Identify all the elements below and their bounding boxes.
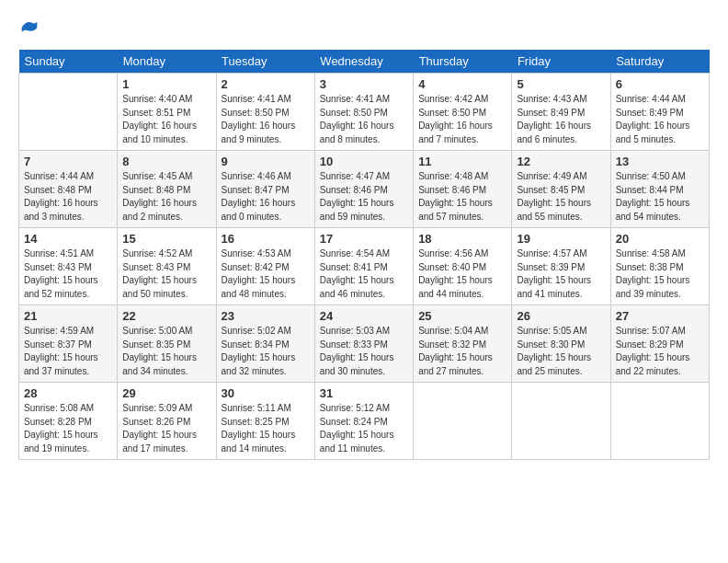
day-number: 3 [320,77,408,91]
day-number: 22 [122,309,210,323]
day-info: Sunrise: 4:54 AM Sunset: 8:41 PM Dayligh… [320,247,408,301]
col-header-sunday: Sunday [19,50,118,74]
day-number: 23 [222,309,310,323]
day-info: Sunrise: 4:48 AM Sunset: 8:46 PM Dayligh… [418,170,506,224]
day-cell: 26Sunrise: 5:05 AM Sunset: 8:30 PM Dayli… [512,305,610,383]
day-number: 25 [418,309,506,323]
day-info: Sunrise: 4:44 AM Sunset: 8:49 PM Dayligh… [616,93,704,146]
day-info: Sunrise: 5:00 AM Sunset: 8:35 PM Dayligh… [122,325,210,378]
day-number: 10 [320,155,408,168]
day-number: 11 [418,155,506,168]
day-cell: 29Sunrise: 5:09 AM Sunset: 8:26 PM Dayli… [118,383,216,460]
day-number: 21 [24,309,112,323]
week-row-5: 28Sunrise: 5:08 AM Sunset: 8:28 PM Dayli… [19,383,710,460]
day-info: Sunrise: 4:59 AM Sunset: 8:37 PM Dayligh… [24,325,112,378]
day-info: Sunrise: 5:02 AM Sunset: 8:34 PM Dayligh… [222,325,310,378]
day-info: Sunrise: 4:43 AM Sunset: 8:49 PM Dayligh… [517,93,605,146]
day-info: Sunrise: 4:40 AM Sunset: 8:51 PM Dayligh… [122,93,210,146]
week-row-3: 14Sunrise: 4:51 AM Sunset: 8:43 PM Dayli… [19,228,710,305]
day-cell: 4Sunrise: 4:42 AM Sunset: 8:50 PM Daylig… [414,74,512,151]
day-cell: 11Sunrise: 4:48 AM Sunset: 8:46 PM Dayli… [414,151,512,228]
day-cell [19,74,118,151]
day-cell: 7Sunrise: 4:44 AM Sunset: 8:48 PM Daylig… [19,151,118,228]
day-info: Sunrise: 4:56 AM Sunset: 8:40 PM Dayligh… [418,247,506,301]
day-number: 1 [122,77,210,91]
day-number: 16 [222,232,310,246]
calendar-table: SundayMondayTuesdayWednesdayThursdayFrid… [18,50,710,460]
day-number: 9 [222,155,310,168]
day-number: 2 [222,77,310,91]
day-info: Sunrise: 4:42 AM Sunset: 8:50 PM Dayligh… [418,93,506,146]
day-number: 13 [616,155,704,168]
day-number: 28 [24,386,112,400]
day-cell: 9Sunrise: 4:46 AM Sunset: 8:47 PM Daylig… [216,151,314,228]
day-cell: 1Sunrise: 4:40 AM Sunset: 8:51 PM Daylig… [118,74,216,151]
day-info: Sunrise: 4:41 AM Sunset: 8:50 PM Dayligh… [320,93,408,146]
day-cell: 30Sunrise: 5:11 AM Sunset: 8:25 PM Dayli… [216,383,314,460]
week-row-4: 21Sunrise: 4:59 AM Sunset: 8:37 PM Dayli… [19,305,710,383]
header [18,18,710,37]
day-number: 12 [517,155,605,168]
day-number: 26 [517,309,605,323]
day-cell: 12Sunrise: 4:49 AM Sunset: 8:45 PM Dayli… [512,151,610,228]
day-number: 30 [222,386,310,400]
day-number: 8 [122,155,210,168]
day-cell: 16Sunrise: 4:53 AM Sunset: 8:42 PM Dayli… [216,228,314,305]
day-cell: 14Sunrise: 4:51 AM Sunset: 8:43 PM Dayli… [19,228,118,305]
col-header-monday: Monday [118,50,216,74]
col-header-wednesday: Wednesday [314,50,413,74]
day-cell: 8Sunrise: 4:45 AM Sunset: 8:48 PM Daylig… [118,151,216,228]
day-cell: 22Sunrise: 5:00 AM Sunset: 8:35 PM Dayli… [118,305,216,383]
day-cell: 17Sunrise: 4:54 AM Sunset: 8:41 PM Dayli… [314,228,413,305]
day-info: Sunrise: 5:07 AM Sunset: 8:29 PM Dayligh… [616,325,704,378]
day-cell: 5Sunrise: 4:43 AM Sunset: 8:49 PM Daylig… [512,74,610,151]
day-info: Sunrise: 5:04 AM Sunset: 8:32 PM Dayligh… [418,325,506,378]
day-cell: 18Sunrise: 4:56 AM Sunset: 8:40 PM Dayli… [414,228,512,305]
day-info: Sunrise: 4:52 AM Sunset: 8:43 PM Dayligh… [122,247,210,301]
day-cell: 31Sunrise: 5:12 AM Sunset: 8:24 PM Dayli… [314,383,413,460]
day-cell [414,383,512,460]
col-header-saturday: Saturday [610,50,709,74]
day-info: Sunrise: 4:49 AM Sunset: 8:45 PM Dayligh… [517,170,605,224]
day-number: 7 [24,155,112,168]
day-cell: 2Sunrise: 4:41 AM Sunset: 8:50 PM Daylig… [216,74,314,151]
day-info: Sunrise: 5:11 AM Sunset: 8:25 PM Dayligh… [222,402,310,455]
day-cell: 6Sunrise: 4:44 AM Sunset: 8:49 PM Daylig… [610,74,709,151]
day-cell: 20Sunrise: 4:58 AM Sunset: 8:38 PM Dayli… [610,228,709,305]
week-row-2: 7Sunrise: 4:44 AM Sunset: 8:48 PM Daylig… [19,151,710,228]
day-info: Sunrise: 4:41 AM Sunset: 8:50 PM Dayligh… [222,93,310,146]
day-number: 19 [517,232,605,246]
day-info: Sunrise: 4:53 AM Sunset: 8:42 PM Dayligh… [222,247,310,301]
day-info: Sunrise: 5:08 AM Sunset: 8:28 PM Dayligh… [24,402,112,455]
day-number: 20 [616,232,704,246]
col-header-friday: Friday [512,50,610,74]
day-cell: 24Sunrise: 5:03 AM Sunset: 8:33 PM Dayli… [314,305,413,383]
day-info: Sunrise: 4:46 AM Sunset: 8:47 PM Dayligh… [222,170,310,224]
logo-icon [20,18,39,37]
header-row: SundayMondayTuesdayWednesdayThursdayFrid… [19,50,710,74]
day-info: Sunrise: 4:45 AM Sunset: 8:48 PM Dayligh… [122,170,210,224]
day-info: Sunrise: 4:58 AM Sunset: 8:38 PM Dayligh… [616,247,704,301]
day-cell: 28Sunrise: 5:08 AM Sunset: 8:28 PM Dayli… [19,383,118,460]
day-number: 5 [517,77,605,91]
day-cell [610,383,709,460]
day-info: Sunrise: 5:12 AM Sunset: 8:24 PM Dayligh… [320,402,408,455]
logo [18,18,39,37]
day-cell: 25Sunrise: 5:04 AM Sunset: 8:32 PM Dayli… [414,305,512,383]
day-number: 24 [320,309,408,323]
day-number: 4 [418,77,506,91]
day-cell: 23Sunrise: 5:02 AM Sunset: 8:34 PM Dayli… [216,305,314,383]
day-cell: 15Sunrise: 4:52 AM Sunset: 8:43 PM Dayli… [118,228,216,305]
day-info: Sunrise: 4:51 AM Sunset: 8:43 PM Dayligh… [24,247,112,301]
day-info: Sunrise: 4:47 AM Sunset: 8:46 PM Dayligh… [320,170,408,224]
day-number: 14 [24,232,112,246]
day-number: 15 [122,232,210,246]
day-cell: 3Sunrise: 4:41 AM Sunset: 8:50 PM Daylig… [314,74,413,151]
day-number: 18 [418,232,506,246]
day-number: 6 [616,77,704,91]
day-cell: 21Sunrise: 4:59 AM Sunset: 8:37 PM Dayli… [19,305,118,383]
day-number: 17 [320,232,408,246]
week-row-1: 1Sunrise: 4:40 AM Sunset: 8:51 PM Daylig… [19,74,710,151]
day-cell: 13Sunrise: 4:50 AM Sunset: 8:44 PM Dayli… [610,151,709,228]
day-cell: 19Sunrise: 4:57 AM Sunset: 8:39 PM Dayli… [512,228,610,305]
